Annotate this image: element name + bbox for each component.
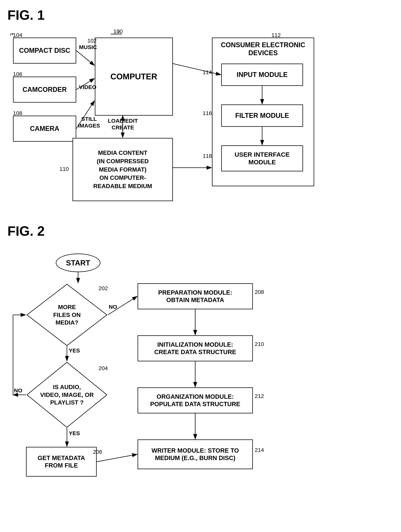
still-images-label: STILLIMAGES [78, 116, 100, 129]
d1-no-label: NO [109, 304, 117, 310]
d2-yes-label: YES [69, 430, 80, 437]
ui-module-box: USER INTERFACEMODULE [221, 145, 303, 171]
ref-214: 214 [255, 447, 264, 453]
svg-line-1 [76, 51, 95, 65]
diamond-is-audio: IS AUDIO,VIDEO, IMAGE, ORPLAYLIST ? [26, 361, 108, 428]
media-content-box: MEDIA CONTENT(IN COMPRESSEDMEDIA FORMAT)… [72, 138, 173, 201]
fig1-diagram: 100 ↓ COMPUTER 102 COMPACT DISC 104 ↵ CA… [7, 26, 398, 212]
init-module-box: INITIALIZATION MODULE:CREATE DATA STRUCT… [138, 335, 253, 361]
compact-disc-box: COMPACT DISC [13, 38, 76, 63]
svg-line-23 [97, 454, 137, 462]
input-module-box: INPUT MODULE [221, 63, 303, 86]
fig2-diagram: START MOREFILES ONMEDIA? 202 IS AUDIO,VI… [7, 246, 398, 532]
ref-108: 108 [13, 110, 22, 116]
start-oval: START [56, 253, 100, 272]
d2-no-label: NO [14, 387, 22, 394]
camera-box: CAMERA [13, 116, 76, 142]
ref-212: 212 [255, 393, 264, 399]
d1-yes-label: YES [69, 348, 80, 354]
filter-module-box: FILTER MODULE [221, 104, 303, 127]
fig2-label: FIG. 2 [7, 223, 394, 239]
computer-box: COMPUTER [95, 38, 173, 116]
video-label: VIDEO [79, 84, 96, 90]
prep-module-box: PREPARATION MODULE:OBTAIN METADATA [138, 283, 253, 309]
load-edit-label: LOAD/EDITCREATE [108, 117, 138, 131]
writer-module-box: WRITER MODULE: STORE TOMEDIUM (E.G., BUR… [138, 439, 253, 469]
music-label: MUSIC [79, 44, 97, 50]
ref-102: 102 [87, 38, 97, 44]
ref-104: 104 [13, 32, 22, 38]
ref-204: 204 [99, 365, 108, 371]
ref-210: 210 [255, 341, 264, 347]
org-module-box: ORGANIZATION MODULE:POPULATE DATA STRUCT… [138, 387, 253, 413]
ref-118: 118 [203, 153, 212, 159]
get-metadata-box: GET METADATAFROM FILE [26, 447, 97, 477]
ref-116: 116 [203, 110, 212, 116]
fig1-label: FIG. 1 [7, 7, 394, 23]
ref-206: 206 [93, 449, 102, 455]
diamond-more-files: MOREFILES ONMEDIA? [26, 283, 108, 347]
ref-106: 106 [13, 71, 22, 77]
ref-114: 114 [203, 69, 212, 76]
ref-110: 110 [59, 166, 69, 172]
ref-112: 112 [271, 32, 281, 38]
ref-208: 208 [255, 289, 264, 295]
camcorder-box: CAMCORDER [13, 76, 76, 103]
ref-202: 202 [99, 285, 108, 291]
